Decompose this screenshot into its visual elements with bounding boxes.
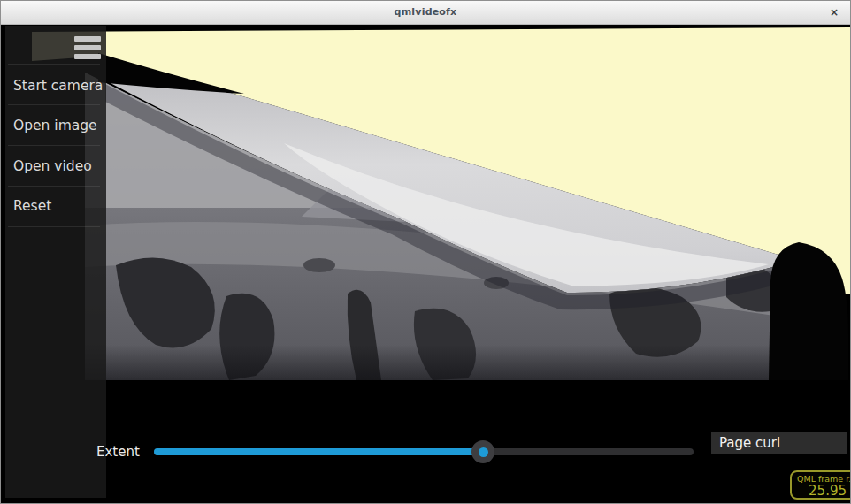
sidebar-panel: Start camera Open image Open video Reset [5,26,106,498]
slider-handle-dot [479,447,488,457]
menu-divider [8,226,100,227]
window-titlebar: qmlvideofx × [1,1,850,25]
slider-track[interactable] [154,448,694,455]
app-window: Start camera Open image Open video Reset… [0,0,851,504]
extent-slider[interactable] [154,440,702,463]
window-close-button[interactable]: × [827,5,841,19]
window-title: qmlvideofx [1,6,850,18]
fps-value: 25.95 [792,483,851,499]
slider-track-fill [154,448,483,455]
slider-handle[interactable] [472,440,494,463]
menu-divider [8,64,100,65]
menu-divider [8,145,100,146]
sidebar-item-reset[interactable]: Reset [13,198,104,216]
sidebar-item-open-image[interactable]: Open image [13,118,104,135]
effect-selector-button[interactable]: Page curl [711,432,847,454]
extent-slider-label: Extent [96,444,140,460]
fps-display: QML frame r... 25.95 [790,470,851,500]
menu-divider [8,186,100,187]
hamburger-menu-icon[interactable] [74,36,101,63]
sidebar-item-start-camera[interactable]: Start camera [13,78,104,95]
menu-divider [8,104,100,105]
sidebar-item-open-video[interactable]: Open video [13,158,104,176]
